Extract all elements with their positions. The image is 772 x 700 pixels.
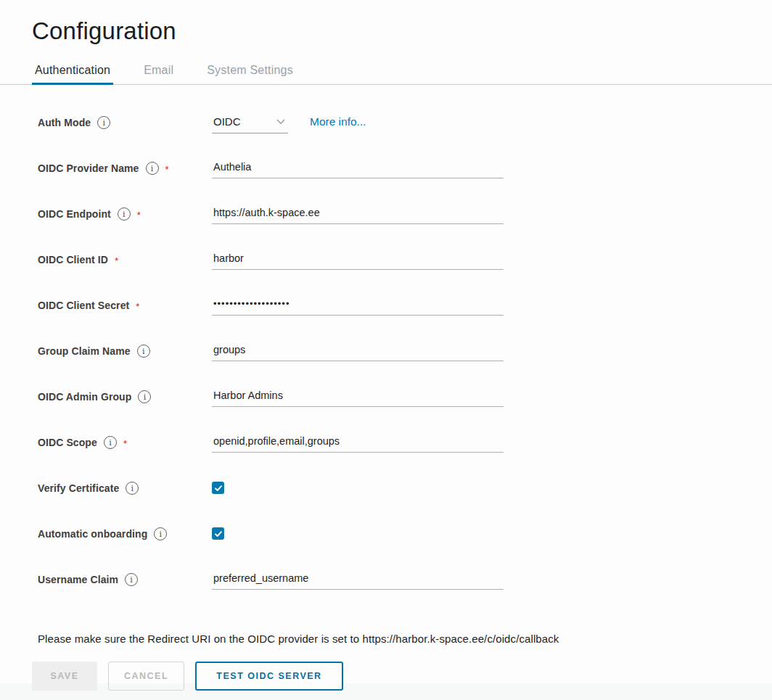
button-bar: SAVE CANCEL TEST OIDC SERVER [0, 645, 772, 691]
checkmark-icon [214, 484, 223, 493]
page-header: Configuration [0, 0, 772, 45]
oidc-endpoint-row: OIDC Endpoint i * [38, 207, 772, 234]
tab-system-settings[interactable]: System Settings [204, 64, 296, 84]
oidc-endpoint-input[interactable] [212, 207, 504, 224]
tab-authentication[interactable]: Authentication [32, 64, 113, 84]
oidc-client-id-input[interactable] [212, 252, 504, 270]
oidc-admin-group-input[interactable] [212, 390, 504, 407]
username-claim-input[interactable] [212, 572, 504, 590]
required-asterisk: * [115, 253, 118, 266]
field-label: Username Claim [38, 574, 118, 585]
page-title: Configuration [32, 17, 772, 45]
field-label: OIDC Admin Group [38, 391, 131, 403]
field-label: Verify Certificate [38, 482, 119, 494]
required-asterisk: * [165, 162, 169, 175]
automatic-onboarding-row: Automatic onboarding i [38, 527, 772, 553]
oidc-admin-group-row: OIDC Admin Group i [38, 390, 772, 416]
auth-mode-select[interactable]: OIDC [212, 115, 288, 133]
field-label: OIDC Client ID [38, 254, 108, 265]
oidc-provider-name-input[interactable] [212, 161, 504, 178]
auth-config-form: Auth Mode i OIDC More info... OIDC Provi… [0, 85, 772, 599]
field-label: Group Claim Name [38, 345, 131, 357]
info-icon[interactable]: i [137, 345, 150, 358]
save-button[interactable]: SAVE [32, 662, 97, 691]
verify-certificate-row: Verify Certificate i [38, 481, 772, 508]
automatic-onboarding-checkbox[interactable] [212, 527, 224, 540]
username-claim-row: Username Claim i [38, 572, 772, 599]
field-label: OIDC Client Secret [38, 300, 129, 311]
more-info-link[interactable]: More info... [310, 115, 366, 128]
group-claim-name-row: Group Claim Name i [38, 344, 772, 371]
oidc-scope-row: OIDC Scope i * [38, 435, 772, 462]
info-icon[interactable]: i [146, 162, 159, 175]
redirect-uri-notice: Please make sure the Redirect URI on the… [0, 618, 772, 645]
verify-certificate-checkbox[interactable] [212, 482, 224, 494]
oidc-provider-name-row: OIDC Provider Name i * [38, 161, 772, 188]
field-label: Automatic onboarding [38, 528, 147, 540]
info-icon[interactable]: i [118, 207, 131, 221]
info-icon[interactable]: i [104, 436, 117, 449]
checkmark-icon [214, 530, 223, 538]
auth-mode-selected-value: OIDC [213, 115, 241, 128]
auth-mode-row: Auth Mode i OIDC More info... [38, 115, 772, 142]
field-label: OIDC Provider Name [38, 162, 139, 174]
required-asterisk: * [123, 436, 127, 449]
oidc-client-secret-row: OIDC Client Secret * [38, 298, 772, 325]
tab-bar: Authentication Email System Settings [0, 64, 772, 85]
required-asterisk: * [137, 207, 141, 221]
field-label: OIDC Endpoint [38, 208, 111, 220]
field-label: OIDC Scope [38, 437, 97, 448]
info-icon[interactable]: i [138, 390, 151, 403]
info-icon[interactable]: i [125, 573, 138, 586]
group-claim-name-input[interactable] [212, 344, 504, 361]
oidc-client-id-row: OIDC Client ID * [38, 252, 772, 279]
info-icon[interactable]: i [154, 527, 167, 540]
configuration-page: Configuration Authentication Email Syste… [0, 0, 772, 683]
chevron-down-icon [276, 119, 285, 125]
oidc-scope-input[interactable] [212, 435, 504, 453]
test-oidc-server-button[interactable]: TEST OIDC SERVER [195, 662, 343, 691]
oidc-client-secret-input[interactable] [212, 298, 504, 316]
required-asterisk: * [136, 299, 139, 312]
cancel-button[interactable]: CANCEL [108, 662, 184, 691]
tab-email[interactable]: Email [141, 64, 176, 84]
info-icon[interactable]: i [97, 116, 110, 129]
field-label: Auth Mode [38, 117, 91, 128]
info-icon[interactable]: i [126, 482, 139, 495]
